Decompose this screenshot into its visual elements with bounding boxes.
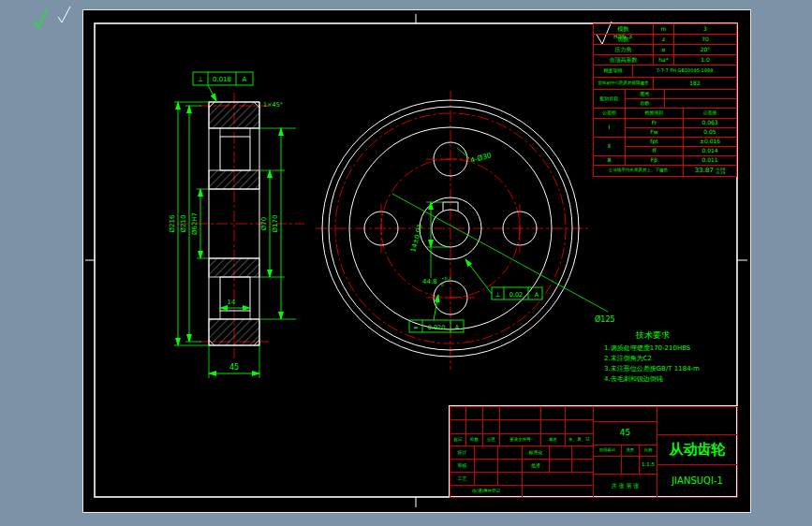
drawing-number: JIANSUQI-1 bbox=[657, 464, 738, 498]
record-header: 签名 bbox=[540, 433, 566, 446]
dim-bolt-circle: Ø125 bbox=[595, 314, 615, 324]
tolerance-datum: A bbox=[243, 76, 247, 83]
sheet-count: 共 张 第 张 bbox=[593, 474, 657, 498]
dim-pitch-diameter: Ø210 bbox=[180, 215, 187, 233]
tolerance-value: 0.018 bbox=[213, 76, 231, 83]
column-header: 检验项目 bbox=[626, 109, 684, 118]
item-value: 0.014 bbox=[684, 147, 736, 155]
rim-hatch-top bbox=[209, 102, 259, 128]
company-cell bbox=[657, 406, 738, 435]
dim-face-width: 45 bbox=[229, 363, 239, 372]
tolerance-value: 0.02 bbox=[509, 291, 523, 299]
table-header-row: 公差组 检验项目 公差值 bbox=[594, 109, 736, 119]
w-value: 33.87 bbox=[695, 168, 714, 174]
tolerance-symbol: = bbox=[413, 324, 418, 331]
empty-cell bbox=[522, 472, 594, 486]
record-cell bbox=[540, 419, 566, 434]
param-value: 70 bbox=[674, 35, 736, 44]
dim-keyway-width: 14±0.03 bbox=[409, 224, 424, 253]
dim-outer-diameter: Ø216 bbox=[169, 214, 176, 232]
item-code: ff bbox=[626, 147, 684, 155]
dim-hub-diameter: Ø70 bbox=[260, 217, 268, 230]
tech-req-line: 3.未注形位公差按GB/T 1184-m bbox=[604, 364, 700, 373]
signature-cell bbox=[474, 459, 498, 473]
role-check: 审核 bbox=[450, 459, 475, 473]
param-sublabel: 齿数 bbox=[626, 99, 665, 108]
param-value: 33.87 -0.08 -0.19 bbox=[684, 166, 736, 176]
empty-cell bbox=[522, 485, 594, 498]
record-cell bbox=[565, 406, 594, 420]
tolerance-group: Ⅱ bbox=[594, 138, 626, 155]
signature-cell bbox=[474, 472, 498, 486]
dim-rim-width: 14 bbox=[228, 299, 236, 306]
chamfer-note: 1×45° bbox=[263, 101, 283, 109]
table-row: 齿数 z 70 bbox=[594, 35, 736, 45]
table-row: 模数 m 3 bbox=[594, 24, 736, 35]
param-value: 1.0 bbox=[674, 55, 736, 65]
tolerance-group: Ⅲ bbox=[594, 156, 626, 165]
part-name: 从动齿轮 bbox=[657, 434, 738, 465]
record-cell bbox=[482, 419, 500, 434]
param-symbol: α bbox=[654, 45, 674, 54]
w-lower-dev: -0.19 bbox=[716, 171, 725, 175]
record-cell bbox=[540, 406, 566, 420]
tech-req-line: 1.调质处理硬度170-210HBS bbox=[604, 344, 691, 352]
tolerance-symbol: ⊥ bbox=[198, 76, 203, 83]
table-row: 配对齿轮 图号 齿数 bbox=[594, 90, 736, 109]
weight-value bbox=[621, 456, 640, 475]
record-cell bbox=[565, 419, 594, 434]
param-value: 7-7-7 FH GB10095-1988 bbox=[633, 66, 736, 77]
material-note-cell bbox=[593, 406, 657, 422]
gear-front-view: Ø125 4-Ø30 14±0.03 44.8 +0.2 0 bbox=[316, 91, 615, 370]
rim-hatch-bottom bbox=[209, 319, 259, 345]
param-label: 精度等级 bbox=[594, 66, 633, 77]
tolerance-datum: A bbox=[535, 291, 539, 299]
role-approve: 批准 bbox=[522, 459, 550, 473]
borrow-record: 借(通)用件登记 bbox=[450, 485, 523, 498]
param-symbol: m bbox=[654, 24, 674, 34]
param-value bbox=[665, 90, 736, 98]
param-symbol: ha* bbox=[654, 55, 674, 65]
param-value: 3 bbox=[674, 24, 736, 34]
item-value: 0.011 bbox=[684, 156, 736, 165]
dim-keyway-height-lower: 0 bbox=[441, 283, 444, 287]
role-process: 工艺 bbox=[450, 472, 475, 486]
title-block: 标记 处数 分区 更改文件号 签名 年、月、日 设计 审核 工艺 借(通)用件登… bbox=[449, 405, 737, 497]
param-value: 20° bbox=[674, 45, 736, 54]
record-cell bbox=[499, 406, 541, 420]
record-cell bbox=[465, 419, 483, 434]
date-cell bbox=[571, 446, 594, 460]
record-header: 处数 bbox=[465, 433, 483, 446]
dim-bore-diameter: Ø62H7 bbox=[191, 212, 199, 235]
record-header: 年、月、日 bbox=[565, 433, 594, 446]
date-cell bbox=[497, 446, 523, 460]
param-sublabel: 图号 bbox=[626, 90, 665, 98]
date-cell bbox=[571, 459, 594, 473]
technical-requirements: 技术要求 1.调质处理硬度170-210HBS 2.未注倒角为C2 3.未注形位… bbox=[604, 330, 700, 383]
record-cell bbox=[450, 419, 466, 434]
tech-req-line: 4.去毛刺和锐边倒钝 bbox=[604, 375, 663, 383]
param-label: 公法线平均长度及其上、下偏差 bbox=[594, 166, 684, 176]
record-header: 更改文件号 bbox=[499, 433, 541, 446]
dim-keyway-height: 44.8 bbox=[422, 278, 437, 285]
record-cell bbox=[482, 406, 500, 420]
signature-cell bbox=[474, 446, 498, 460]
material-cell: 45 bbox=[593, 421, 657, 446]
tech-req-title: 技术要求 bbox=[635, 330, 670, 340]
param-label: 配对齿轮 bbox=[594, 90, 626, 108]
record-header: 分区 bbox=[482, 433, 500, 446]
item-value: 0.05 bbox=[684, 128, 736, 137]
table-row: 齿轮副中心距及其极限偏差 182 bbox=[594, 78, 736, 90]
record-header: 标记 bbox=[450, 433, 466, 446]
date-cell bbox=[497, 472, 523, 486]
tolerance-value: 0.020 bbox=[428, 324, 446, 331]
tolerance-group: Ⅰ bbox=[594, 119, 626, 137]
signature-cell bbox=[549, 459, 572, 473]
hub-hatch-top bbox=[209, 170, 259, 189]
table-row: 公法线平均长度及其上、下偏差 33.87 -0.08 -0.19 bbox=[594, 166, 736, 176]
column-header: 公差值 bbox=[684, 109, 736, 118]
item-code: Fw bbox=[626, 128, 684, 137]
stage-value bbox=[593, 456, 622, 475]
signature-cell bbox=[549, 446, 572, 460]
item-code: fpt bbox=[626, 138, 684, 146]
